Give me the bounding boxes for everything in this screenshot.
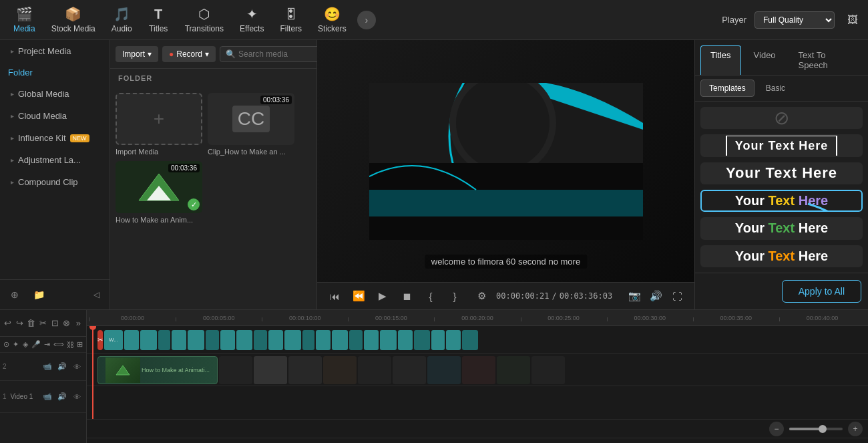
list-item[interactable] <box>431 330 445 350</box>
template-3[interactable]: Your Text Here <box>700 190 863 212</box>
list-item[interactable] <box>462 356 495 384</box>
track-camera-btn[interactable]: 📹 <box>41 360 54 374</box>
auto-enhance-btn[interactable]: ✦ <box>12 336 19 353</box>
tab-video[interactable]: Video <box>744 45 786 75</box>
list-item[interactable] <box>124 330 139 350</box>
volume-btn[interactable]: 🔊 <box>646 287 665 305</box>
tab-titles[interactable]: Titles <box>700 45 741 75</box>
track-audio-btn[interactable]: 🔊 <box>55 360 69 374</box>
transition2-btn[interactable]: ⟺ <box>53 336 64 353</box>
list-item[interactable] <box>206 330 219 350</box>
fullscreen-btn[interactable]: ⛶ <box>668 287 686 305</box>
list-item[interactable] <box>316 330 331 350</box>
zoom-slider[interactable] <box>789 428 843 430</box>
split-btn[interactable]: ⊗ <box>61 315 72 332</box>
sidebar-item-global-media[interactable]: ▸ Global Media <box>3 84 107 104</box>
template-empty[interactable]: ⊘ <box>700 107 863 129</box>
list-item[interactable]: W... <box>104 330 123 350</box>
list-item[interactable] <box>446 330 461 350</box>
list-item[interactable] <box>188 330 204 350</box>
skip-back-btn[interactable]: ⏮ <box>325 287 344 305</box>
tab-text-to-speech[interactable]: Text To Speech <box>789 45 863 75</box>
toolbar-stickers[interactable]: 😊 Stickers <box>310 3 355 36</box>
grid-btn[interactable]: ⊞ <box>77 336 83 353</box>
split2-btn[interactable]: ⇥ <box>43 336 50 353</box>
undo-btn[interactable]: ↩ <box>3 315 13 332</box>
list-item[interactable] <box>254 330 267 350</box>
screenshot-btn[interactable]: 📷 <box>625 287 644 305</box>
toolbar-media[interactable]: 🎬 Media <box>5 3 43 36</box>
sidebar-collapse-btn[interactable]: ◁ <box>88 287 104 303</box>
list-item[interactable] <box>140 330 157 350</box>
toolbar-audio[interactable]: 🎵 Audio <box>103 3 140 36</box>
import-btn[interactable]: Import ▾ <box>116 46 158 62</box>
timeline-scrollbar[interactable] <box>87 438 868 443</box>
sidebar-item-project-media[interactable]: ▸ Project Media <box>3 41 107 61</box>
add-folder-btn[interactable]: ⊕ <box>5 285 24 304</box>
zoom-in-btn[interactable]: + <box>848 422 863 436</box>
list-item[interactable] <box>236 330 252 350</box>
zoom-slider-thumb[interactable] <box>819 425 827 433</box>
sidebar-item-adjustment[interactable]: ▸ Adjustment La... <box>3 150 107 170</box>
list-item[interactable] <box>427 356 461 384</box>
list-item[interactable] <box>497 356 530 384</box>
sidebar-folder-label[interactable]: Folder <box>0 62 110 83</box>
list-item[interactable] <box>219 356 252 384</box>
mark-in-btn[interactable]: { <box>421 287 440 305</box>
template-5[interactable]: Your Text Here <box>700 245 863 267</box>
link-btn[interactable]: ⛓ <box>67 336 74 353</box>
sidebar-item-influence-kit[interactable]: ▸ Influence Kit NEW <box>3 128 107 148</box>
mark-out-btn[interactable]: } <box>445 287 464 305</box>
toolbar-titles[interactable]: T Titles <box>140 4 177 36</box>
list-item[interactable] <box>462 330 478 350</box>
more-tl-btn[interactable]: » <box>73 315 83 332</box>
subtab-basic[interactable]: Basic <box>757 80 794 97</box>
zoom-out-btn[interactable]: − <box>769 422 784 436</box>
media-thumb-import[interactable]: + Import Media <box>116 93 202 156</box>
list-item[interactable] <box>288 356 322 384</box>
redo-btn[interactable]: ↪ <box>15 315 25 332</box>
track-eye-btn[interactable]: 👁 <box>70 360 83 374</box>
list-item[interactable] <box>268 330 283 350</box>
cut-btn[interactable]: ✂ <box>38 315 49 332</box>
track-eye-btn[interactable]: 👁 <box>70 390 83 404</box>
list-item[interactable] <box>414 330 430 350</box>
toolbar-transitions[interactable]: ⬡ Transitions <box>177 3 232 36</box>
image-icon-btn[interactable]: 🖼 <box>843 10 863 30</box>
list-item[interactable] <box>332 330 348 350</box>
stop-btn[interactable]: ⏹ <box>397 287 416 305</box>
list-item[interactable] <box>380 330 397 350</box>
toolbar-effects[interactable]: ✦ Effects <box>232 3 272 36</box>
record-btn[interactable]: ● Record ▾ <box>162 46 216 62</box>
quality-select[interactable]: Full Quality Half Quality Quarter Qualit… <box>754 11 835 29</box>
template-2[interactable]: Your Text Here <box>700 162 863 184</box>
list-item[interactable] <box>398 330 413 350</box>
list-item[interactable] <box>302 330 314 350</box>
list-item[interactable] <box>220 330 235 350</box>
sidebar-item-cloud-media[interactable]: ▸ Cloud Media <box>3 106 107 126</box>
toolbar-more-btn[interactable]: › <box>357 11 376 29</box>
mic-btn[interactable]: 🎤 <box>31 336 41 353</box>
track-camera-btn[interactable]: 📹 <box>41 390 54 404</box>
crop-btn[interactable]: ⊡ <box>49 315 60 332</box>
delete-btn[interactable]: 🗑 <box>26 315 37 332</box>
prev-frame-btn[interactable]: ⏪ <box>349 287 368 305</box>
list-item[interactable] <box>323 356 357 384</box>
list-item[interactable] <box>158 330 170 350</box>
apply-to-all-btn[interactable]: Apply to All <box>782 280 861 303</box>
list-item[interactable] <box>254 356 287 384</box>
list-item[interactable] <box>393 356 426 384</box>
media-thumb-animation[interactable]: 00:03:36 ✓ How to Make an Anim... <box>116 161 202 224</box>
list-item[interactable] <box>531 356 565 384</box>
snap-btn[interactable]: ⊙ <box>3 336 9 353</box>
settings-btn[interactable]: ⚙ <box>472 287 491 305</box>
template-4[interactable]: Your Text Here <box>700 217 863 239</box>
track-audio-btn[interactable]: 🔊 <box>55 390 69 404</box>
folder-btn[interactable]: 📁 <box>29 285 48 304</box>
list-item[interactable] <box>172 330 186 350</box>
list-item[interactable] <box>364 330 379 350</box>
sidebar-item-compound-clip[interactable]: ▸ Compound Clip <box>3 172 107 192</box>
list-item[interactable] <box>284 330 301 350</box>
subtab-templates[interactable]: Templates <box>700 80 754 97</box>
clip-cut[interactable]: ✂ <box>97 330 103 350</box>
